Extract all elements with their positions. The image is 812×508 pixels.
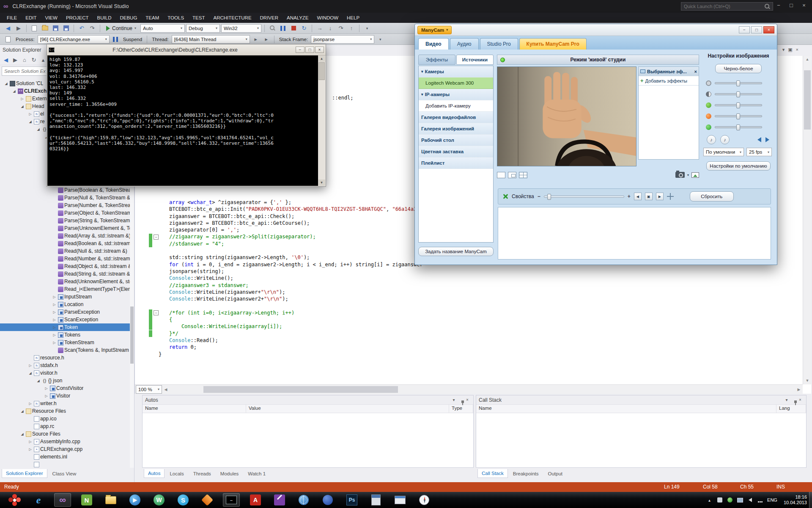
step-over-icon[interactable]: ↷	[336, 24, 346, 33]
step-into-icon[interactable]: ↓	[326, 24, 335, 33]
notepad-icon[interactable]: N	[78, 493, 95, 507]
slider-handle[interactable]	[736, 124, 740, 130]
start-button[interactable]	[6, 493, 23, 507]
code-line[interactable]: zigaanswer2 = BTCEBOT::btc_e_api::GetCou…	[159, 220, 423, 226]
layout-single-icon[interactable]	[497, 172, 505, 178]
show-desktop-button[interactable]	[809, 492, 812, 508]
quick-launch-box[interactable]	[681, 2, 773, 11]
slider-handle[interactable]	[736, 80, 740, 86]
black-white-button[interactable]: Черно-белое	[715, 64, 762, 73]
manycam-tab-купить-manycam-pro[interactable]: Купить ManyCam Pro	[519, 38, 587, 50]
tree-item-read-number-std-istream[interactable]: Read(Number &, std::istream &	[0, 255, 130, 262]
slider-track[interactable]	[715, 126, 762, 128]
tab-class-view[interactable]: Class View	[48, 469, 81, 478]
previous-button[interactable]: ◀	[634, 193, 642, 200]
media-player-icon[interactable]: ▶	[126, 493, 143, 507]
close-icon[interactable]: ×	[464, 398, 471, 402]
tree-item-read-array-std-istream[interactable]: Read(Array &, std::istream &)	[0, 232, 130, 240]
code-line[interactable]: }*/	[159, 330, 423, 337]
menu-window[interactable]: WINDOW	[313, 13, 343, 23]
move-icon[interactable]	[667, 193, 674, 200]
audio-on-button[interactable]: ♪	[707, 135, 716, 144]
zoom-out-button[interactable]: −	[538, 193, 540, 199]
slider-handle[interactable]	[736, 91, 740, 97]
thread-combobox[interactable]: [6436] Main Thread▾	[172, 35, 250, 44]
maximize-button[interactable]: □	[785, 0, 798, 10]
menu-test[interactable]: TEST	[188, 13, 209, 23]
step-out-icon[interactable]: ↑	[347, 24, 356, 33]
tree-item-scanexception[interactable]: ▷ScanException	[0, 316, 130, 323]
expand-icon[interactable]: ◢	[11, 89, 17, 93]
slider-track[interactable]	[715, 104, 762, 106]
close-button[interactable]: ×	[798, 0, 810, 10]
restart-icon[interactable]: ↻	[299, 24, 309, 33]
suspend-icon[interactable]	[111, 35, 120, 44]
tree-item-parse-string-tokenstream[interactable]: Parse(String &, TokenStream &)	[0, 217, 130, 224]
code-line[interactable]: //stdanswer = "4";	[159, 240, 423, 247]
tree-item-resource-files[interactable]: ◢Resource Files	[0, 407, 130, 415]
window-position-icon[interactable]: ▾	[450, 398, 457, 402]
tree-item-writer-h[interactable]: ▷hwriter.h	[0, 400, 130, 407]
chevron-down-icon[interactable]: ▾	[687, 173, 689, 177]
tab-watch-1[interactable]: Watch 1	[244, 469, 270, 478]
close-button[interactable]: ×	[315, 47, 324, 53]
tree-item-source-files[interactable]: ◢Source Files	[0, 430, 130, 438]
menu-driver[interactable]: DRIVER	[256, 13, 283, 23]
source-галерея-видеофайлов[interactable]: Галерея видеофайлов	[419, 112, 493, 123]
gallery-icon[interactable]	[691, 172, 699, 178]
slider-track[interactable]	[715, 93, 762, 95]
column-header-value[interactable]: Value	[246, 405, 449, 413]
expand-icon[interactable]: ◢	[36, 379, 41, 383]
adobe-reader-icon[interactable]: A	[247, 493, 264, 507]
slider-track[interactable]	[715, 82, 762, 84]
refresh-icon[interactable]: ↻	[30, 56, 38, 64]
tab-output[interactable]: Output	[544, 469, 567, 478]
close-button[interactable]: ×	[763, 26, 774, 33]
slider-handle[interactable]	[547, 194, 551, 200]
tree-item-read-string-std-istream[interactable]: Read(String &, std::istream &)	[0, 270, 130, 278]
expand-icon[interactable]: ▷	[27, 364, 33, 367]
tree-item-read-object-std-istream[interactable]: Read(Object &, std::istream &)	[0, 262, 130, 270]
expand-icon[interactable]: ▷	[52, 326, 57, 329]
console-body[interactable]: high 159.87 low: 132.123 avg: 145.997 vo…	[47, 55, 325, 186]
layout-quad-icon[interactable]	[519, 172, 527, 178]
collapse-all-icon[interactable]: ▴	[39, 56, 47, 64]
source-цветная-заставка[interactable]: Цветная заставка	[419, 146, 493, 157]
tree-item-read-i-elementtypet-elemen[interactable]: Read_i<ElementTypeT>(Elemen	[0, 285, 130, 293]
code-line[interactable]: //zigaarray = zigaanswer2->Split(zigasep…	[159, 233, 423, 240]
thread-filter-icon[interactable]: ▸	[262, 35, 271, 44]
platform-combobox[interactable]: Win32▾	[221, 24, 261, 33]
flip-vertical-icon[interactable]	[765, 137, 769, 142]
new-file-icon[interactable]	[30, 24, 39, 33]
configuration-combobox[interactable]: Debug▾	[186, 24, 220, 33]
code-line[interactable]: BTCEBOT::btc_e_api::Init("PADK0PKV-O1EU3…	[159, 206, 423, 213]
manycam-titlebar[interactable]: ManyCam ▾ − □ ×	[415, 24, 777, 36]
expand-icon[interactable]: ◢	[3, 82, 9, 86]
flip-horizontal-icon[interactable]	[757, 137, 761, 142]
manycam-menu-button[interactable]: ManyCam ▾	[417, 26, 452, 34]
scrollbar-thumb[interactable]	[318, 62, 325, 80]
menu-build[interactable]: BUILD	[93, 13, 116, 23]
tree-item-parse-unknownelement-tok[interactable]: Parse(UnknownElement &, Tok	[0, 224, 130, 232]
scroll-up-icon[interactable]: ▲	[803, 56, 812, 63]
navigate-back-icon[interactable]: ◀	[3, 24, 13, 33]
source-ip-камеры[interactable]: ▾IP-камеры	[419, 89, 493, 100]
toolbar-overflow-icon[interactable]: ▾	[376, 35, 385, 44]
tree-item-clrexchange-cpp[interactable]: ▷+CLRExchange.cpp	[0, 445, 130, 453]
source-камеры[interactable]: ▾Камеры	[419, 66, 493, 77]
maximize-button[interactable]: □	[751, 26, 762, 33]
tree-item-resource-h[interactable]: hresource.h	[0, 354, 130, 362]
clock[interactable]: 18:16 10.04.2013	[784, 494, 807, 505]
collapse-icon[interactable]: −	[154, 310, 159, 315]
scrollbar-thumb[interactable]	[130, 306, 134, 364]
file-explorer-icon[interactable]	[102, 493, 119, 507]
code-line[interactable]: return 0;	[159, 344, 423, 351]
set-name-button[interactable]: Задать название ManyCam	[418, 247, 494, 256]
find-icon[interactable]	[268, 24, 277, 33]
document-list-icon[interactable]: ▾	[782, 47, 785, 52]
zoom-combobox[interactable]: 100 %▾	[136, 385, 162, 394]
tree-item-parse-boolean-tokenstream[interactable]: Parse(Boolean &, TokenStream	[0, 186, 130, 194]
expand-icon[interactable]: ◢	[27, 371, 33, 375]
autos-grid[interactable]	[143, 413, 473, 459]
window-position-icon[interactable]: ▾	[783, 398, 790, 402]
